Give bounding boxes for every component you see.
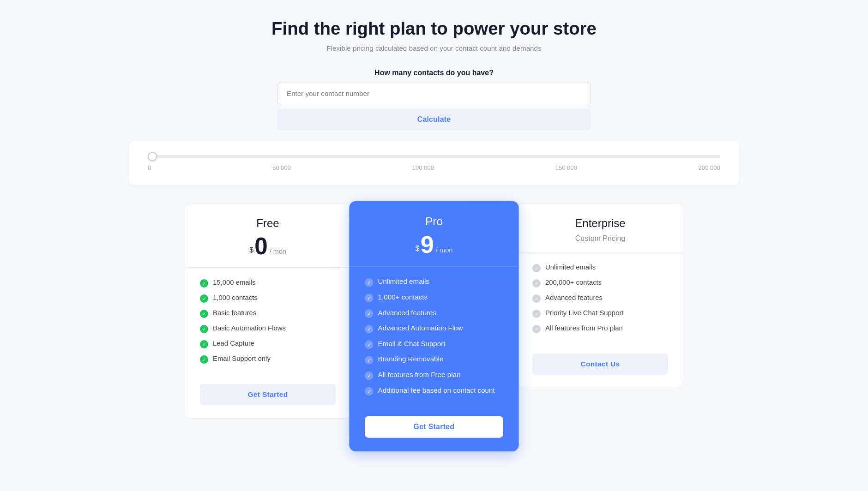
feature-text: Priority Live Chat Support — [545, 309, 624, 317]
plan-footer-free: Get Started — [185, 375, 350, 418]
list-item: ✓ Advanced Automation Flow — [365, 324, 503, 333]
feature-text: Basic features — [213, 309, 256, 317]
list-item: ✓ Unlimited emails — [532, 263, 668, 272]
feature-text: All features from Free plan — [378, 371, 461, 378]
feature-text: 200,000+ contacts — [545, 279, 602, 286]
check-icon: ✓ — [200, 325, 208, 333]
plan-period-free: / mon — [270, 248, 286, 255]
plan-price-row-free: $ 0 / mon — [200, 234, 336, 258]
slider-wrapper: 0 50 000 100 000 150 000 200 000 — [148, 155, 720, 171]
slider-label-150k: 150 000 — [555, 164, 577, 171]
list-item: ✓ 1,000 contacts — [200, 294, 336, 303]
list-item: ✓ Additional fee based on contact count — [365, 387, 503, 395]
list-item: ✓ Basic Automation Flows — [200, 324, 336, 333]
check-icon: ✓ — [200, 355, 208, 364]
check-icon: ✓ — [365, 278, 373, 287]
free-get-started-button[interactable]: Get Started — [200, 384, 336, 405]
list-item: ✓ All features from Free plan — [365, 371, 503, 380]
check-icon: ✓ — [200, 294, 208, 303]
slider-track — [148, 155, 720, 158]
contact-label: How many contacts do you have? — [277, 69, 591, 77]
check-icon: ✓ — [365, 294, 373, 302]
check-icon: ✓ — [532, 279, 541, 287]
feature-text: Lead Capture — [213, 340, 254, 347]
list-item: ✓ Lead Capture — [200, 340, 336, 348]
feature-text: Email & Chat Support — [378, 340, 446, 347]
feature-text: Advanced Automation Flow — [378, 324, 463, 332]
slider-label-0: 0 — [148, 164, 151, 171]
list-item: ✓ Unlimited emails — [365, 278, 503, 287]
feature-text: Basic Automation Flows — [213, 324, 286, 332]
feature-text: 15,000 emails — [213, 279, 256, 286]
plan-features-pro: ✓ Unlimited emails ✓ 1,000+ contacts ✓ A… — [350, 267, 518, 407]
feature-text: Email Support only — [213, 355, 271, 362]
check-icon: ✓ — [365, 325, 373, 333]
slider-label-100k: 100 000 — [412, 164, 434, 171]
check-icon: ✓ — [200, 279, 208, 287]
slider-labels: 0 50 000 100 000 150 000 200 000 — [148, 164, 720, 171]
plan-currency-free: $ — [249, 246, 253, 254]
feature-text: Advanced features — [545, 294, 603, 301]
check-icon: ✓ — [532, 294, 541, 303]
check-icon: ✓ — [365, 371, 373, 380]
plan-period-pro: / mon — [436, 246, 453, 254]
plan-price-pro: 9 — [421, 233, 434, 257]
enterprise-contact-button[interactable]: Contact Us — [532, 353, 668, 375]
plan-price-row-pro: $ 9 / mon — [365, 233, 503, 257]
feature-text: All features from Pro plan — [545, 324, 623, 332]
list-item: ✓ Basic features — [200, 309, 336, 318]
plan-card-pro: Pro $ 9 / mon ✓ Unlimited emails ✓ 1,000… — [349, 201, 518, 452]
pro-get-started-button[interactable]: Get Started — [365, 416, 503, 438]
plan-custom-pricing: Custom Pricing — [532, 234, 668, 243]
list-item: ✓ Advanced features — [532, 294, 668, 303]
plan-name-enterprise: Enterprise — [532, 217, 668, 230]
list-item: ✓ Email Support only — [200, 355, 336, 364]
list-item: ✓ All features from Pro plan — [532, 324, 668, 333]
plans-container: Free $ 0 / mon ✓ 15,000 emails ✓ 1,000 c… — [180, 204, 688, 449]
feature-text: Unlimited emails — [378, 278, 429, 285]
list-item: ✓ Priority Live Chat Support — [532, 309, 668, 318]
list-item: ✓ Branding Removable — [365, 355, 503, 364]
page-title: Find the right plan to power your store — [271, 18, 597, 39]
plan-price-free: 0 — [254, 234, 267, 258]
feature-text: Advanced features — [378, 309, 437, 316]
plan-header-free: Free $ 0 / mon — [185, 204, 350, 268]
plan-features-free: ✓ 15,000 emails ✓ 1,000 contacts ✓ Basic… — [185, 268, 350, 375]
plan-name-pro: Pro — [365, 215, 503, 228]
check-icon: ✓ — [365, 341, 373, 349]
feature-text: 1,000+ contacts — [378, 293, 428, 301]
check-icon: ✓ — [365, 387, 373, 395]
calculate-button[interactable]: Calculate — [277, 109, 591, 130]
plan-header-pro: Pro $ 9 / mon — [350, 202, 518, 267]
plan-card-free: Free $ 0 / mon ✓ 15,000 emails ✓ 1,000 c… — [185, 204, 351, 419]
feature-text: Branding Removable — [378, 355, 444, 363]
check-icon: ✓ — [200, 310, 208, 318]
list-item: ✓ 200,000+ contacts — [532, 279, 668, 287]
feature-text: 1,000 contacts — [213, 294, 258, 301]
check-icon: ✓ — [365, 356, 373, 364]
plan-currency-pro: $ — [416, 245, 420, 253]
slider-section: 0 50 000 100 000 150 000 200 000 — [129, 141, 739, 185]
check-icon: ✓ — [532, 310, 541, 318]
slider-label-200k: 200 000 — [699, 164, 720, 171]
list-item: ✓ 15,000 emails — [200, 279, 336, 287]
plan-footer-enterprise: Contact Us — [518, 344, 683, 388]
slider-thumb[interactable] — [148, 152, 157, 161]
list-item: ✓ Email & Chat Support — [365, 340, 503, 349]
check-icon: ✓ — [200, 340, 208, 348]
feature-text: Unlimited emails — [545, 263, 596, 271]
plan-card-enterprise: Enterprise Custom Pricing ✓ Unlimited em… — [517, 204, 683, 388]
contact-input[interactable] — [277, 83, 591, 104]
list-item: ✓ 1,000+ contacts — [365, 293, 503, 302]
plan-footer-pro: Get Started — [350, 407, 518, 451]
check-icon: ✓ — [532, 325, 541, 333]
page-subtitle: Flexible pricing calculated based on you… — [326, 44, 541, 52]
contact-section: How many contacts do you have? Calculate — [277, 69, 591, 130]
feature-text: Additional fee based on contact count — [378, 387, 495, 394]
list-item: ✓ Advanced features — [365, 309, 503, 317]
check-icon: ✓ — [532, 264, 541, 272]
check-icon: ✓ — [365, 309, 373, 317]
plan-features-enterprise: ✓ Unlimited emails ✓ 200,000+ contacts ✓… — [518, 252, 683, 344]
slider-label-50k: 50 000 — [272, 164, 291, 171]
plan-name-free: Free — [200, 217, 336, 230]
